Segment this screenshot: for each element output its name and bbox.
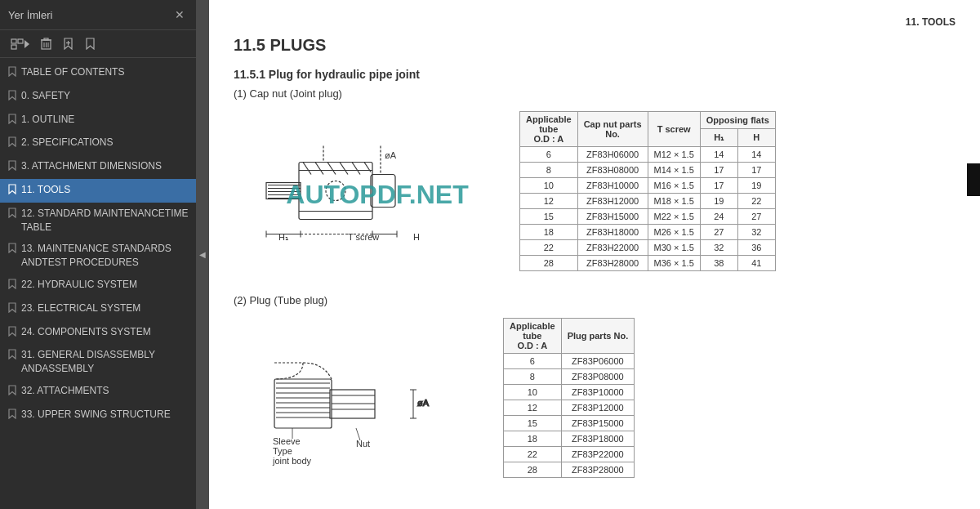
sidebar-item-tools[interactable]: 11. TOOLS: [0, 179, 196, 203]
sidebar-item-maintenance[interactable]: 13. MAINTENANCE STANDARDS ANDTEST PROCED…: [0, 238, 196, 274]
sidebar-item-attachments[interactable]: 32. ATTACHMENTS: [0, 380, 196, 404]
svg-rect-0: [11, 39, 16, 43]
cap-nut-title: (1) Cap nut (Joint plug): [234, 87, 956, 100]
bookmark-icon: [8, 279, 16, 293]
sidebar-item-attachment[interactable]: 3. ATTACHMENT DIMENSIONS: [0, 155, 196, 179]
cap-nut-table: ApplicabletubeO.D : A Cap nut partsNo. T…: [519, 111, 776, 271]
plug-diagram: øA Sleeve Type joint body Nut: [234, 318, 479, 484]
sidebar-item-label: 33. UPPER SWING STRUCTURE: [21, 408, 171, 422]
tube-od: 22: [504, 447, 562, 462]
tube-od: 12: [520, 194, 578, 209]
table-row: 12 ZF83H12000 M18 × 1.5 19 22: [520, 194, 776, 209]
cap-nut-no: ZF83H28000: [577, 256, 648, 271]
sidebar-item-hydraulic[interactable]: 22. HYDRAULIC SYSTEM: [0, 274, 196, 297]
h1-val: 17: [700, 178, 737, 194]
table-row: 12 ZF83P12000: [504, 400, 635, 416]
expand-button[interactable]: [7, 36, 33, 52]
sidebar-item-label: 2. SPECIFICATIONS: [21, 136, 113, 150]
sidebar-item-toc[interactable]: TABLE OF CONTENTS: [0, 61, 196, 85]
h-val: 19: [737, 178, 775, 194]
tube-od: 10: [520, 178, 578, 194]
svg-marker-3: [24, 40, 29, 48]
h1-val: 19: [700, 194, 737, 209]
table-row: 15 ZF83P15000: [504, 416, 635, 431]
bookmark-icon: [8, 66, 16, 81]
tube-od: 6: [504, 354, 562, 369]
sidebar-item-label: 13. MAINTENANCE STANDARDS ANDTEST PROCED…: [21, 242, 189, 270]
svg-marker-17: [9, 137, 16, 146]
cap-nut-no: ZF83H22000: [577, 240, 648, 256]
sidebar-item-label: 32. ATTACHMENTS: [21, 384, 109, 398]
svg-line-36: [340, 163, 348, 175]
svg-text:Nut: Nut: [356, 439, 370, 449]
h1-val: 14: [700, 147, 737, 163]
sidebar-item-label: 12. STANDARD MAINTENANCETIME TABLE: [21, 207, 189, 234]
sidebar-item-safety[interactable]: 0. SAFETY: [0, 85, 196, 109]
svg-rect-1: [18, 39, 23, 43]
cap-nut-no: ZF83H06000: [577, 147, 648, 163]
plug-no: ZF83P22000: [561, 447, 635, 462]
collapse-sidebar-button[interactable]: ◀: [196, 0, 209, 509]
h-val: 32: [737, 225, 775, 240]
bookmark-icon: [8, 349, 16, 364]
cap-nut-diagram: øA H₁ T screw H AUTOPDF.NET: [234, 111, 495, 278]
svg-rect-58: [274, 379, 332, 428]
svg-text:T screw: T screw: [348, 232, 379, 242]
svg-text:Sleeve: Sleeve: [273, 436, 301, 446]
plug-tube-title: (2) Plug (Tube plug): [234, 294, 956, 306]
svg-text:øA: øA: [385, 150, 397, 160]
svg-marker-20: [9, 208, 16, 217]
bookmark-view-button[interactable]: [81, 35, 100, 52]
bookmark-icon: [8, 208, 16, 222]
sidebar-item-label: TABLE OF CONTENTS: [21, 65, 124, 79]
table-row: 18 ZF83H18000 M26 × 1.5 27 32: [520, 225, 776, 240]
t-screw: M18 × 1.5: [648, 194, 700, 209]
bookmark-view-icon: [85, 38, 96, 50]
bookmark-icon: [8, 90, 16, 105]
sidebar-item-label: 1. OUTLINE: [21, 113, 74, 127]
sidebar-item-components[interactable]: 24. COMPONENTS SYSTEM: [0, 321, 196, 345]
plug-no: ZF83P15000: [561, 416, 635, 431]
dropdown-arrow-icon: [24, 40, 29, 48]
sidebar: Yer İmleri ✕: [0, 0, 196, 509]
svg-marker-24: [9, 327, 16, 336]
delete-icon: [41, 38, 51, 50]
col-plug-no: Plug parts No.: [561, 319, 635, 354]
sidebar-item-outline[interactable]: 1. OUTLINE: [0, 109, 196, 132]
section2: (2) Plug (Tube plug): [234, 294, 956, 484]
table-row: 6 ZF83H06000 M12 × 1.5 14 14: [520, 147, 776, 163]
sidebar-toolbar: [0, 30, 196, 58]
plug-no: ZF83P18000: [561, 431, 635, 447]
h-val: 41: [737, 256, 775, 271]
bookmark-icon: [8, 160, 16, 175]
t-screw: M26 × 1.5: [648, 225, 700, 240]
sidebar-item-electrical[interactable]: 23. ELECTRICAL SYSTEM: [0, 297, 196, 321]
svg-marker-26: [9, 386, 16, 395]
svg-marker-16: [9, 114, 16, 123]
bookmark-add-button[interactable]: [59, 35, 78, 52]
col-cap-nut: Cap nut partsNo.: [577, 112, 648, 147]
svg-text:Type: Type: [273, 446, 292, 456]
sidebar-item-disassembly[interactable]: 31. GENERAL DISASSEMBLY ANDASSEMBLY: [0, 344, 196, 380]
sidebar-item-standard[interactable]: 12. STANDARD MAINTENANCETIME TABLE: [0, 203, 196, 239]
delete-button[interactable]: [37, 35, 56, 52]
sidebar-list: TABLE OF CONTENTS 0. SAFETY 1. OUTLINE 2…: [0, 58, 196, 509]
cap-nut-no: ZF83H08000: [577, 163, 648, 178]
h1-val: 38: [700, 256, 737, 271]
tube-od: 22: [520, 240, 578, 256]
h-val: 17: [737, 163, 775, 178]
sidebar-item-upper-swing[interactable]: 33. UPPER SWING STRUCTURE: [0, 404, 196, 427]
plug-no: ZF83P10000: [561, 385, 635, 400]
tube-od: 18: [504, 431, 562, 447]
table-row: 15 ZF83H15000 M22 × 1.5 24 27: [520, 209, 776, 225]
page-edge-marker: [967, 163, 980, 196]
sidebar-item-label: 31. GENERAL DISASSEMBLY ANDASSEMBLY: [21, 348, 189, 376]
sidebar-item-specifications[interactable]: 2. SPECIFICATIONS: [0, 132, 196, 155]
svg-point-44: [326, 181, 345, 201]
sidebar-close-button[interactable]: ✕: [172, 7, 188, 23]
sidebar-item-label: 23. ELECTRICAL SYSTEM: [21, 301, 140, 315]
sidebar-header: Yer İmleri ✕: [0, 0, 196, 30]
svg-marker-22: [9, 279, 16, 288]
tube-od: 12: [504, 400, 562, 416]
content-row-1: øA H₁ T screw H AUTOPDF.NET: [234, 111, 956, 278]
